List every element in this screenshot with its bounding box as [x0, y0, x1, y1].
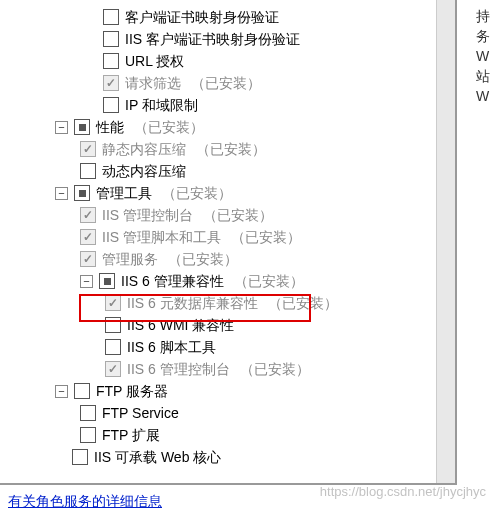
checkbox-icon[interactable] — [72, 449, 88, 465]
tree-item-hostable[interactable]: IIS 可承载 Web 核心 — [8, 446, 451, 468]
collapse-icon[interactable]: − — [80, 275, 93, 288]
role-services-info-link[interactable]: 有关角色服务的详细信息 — [8, 493, 162, 509]
checkbox-icon[interactable] — [80, 405, 96, 421]
item-label: 动态内容压缩 — [102, 160, 186, 183]
tree-item[interactable]: 请求筛选 （已安装） — [8, 72, 451, 94]
feature-tree: 客户端证书映射身份验证 IIS 客户端证书映射身份验证 URL 授权 请求筛选 … — [0, 0, 455, 472]
item-label: IIS 6 脚本工具 — [127, 336, 216, 359]
installed-badge: （已安装） — [240, 358, 310, 381]
checkbox-icon[interactable] — [80, 207, 96, 223]
feature-tree-panel: 客户端证书映射身份验证 IIS 客户端证书映射身份验证 URL 授权 请求筛选 … — [0, 0, 457, 485]
installed-badge: （已安装） — [234, 270, 304, 293]
group-label: IIS 6 管理兼容性 — [121, 270, 224, 293]
checkbox-icon[interactable] — [105, 295, 121, 311]
installed-badge: （已安装） — [203, 204, 273, 227]
tree-item[interactable]: FTP Service — [8, 402, 451, 424]
checkbox-icon[interactable] — [103, 53, 119, 69]
checkbox-icon[interactable] — [74, 185, 90, 201]
installed-badge: （已安装） — [134, 116, 204, 139]
vertical-scrollbar[interactable] — [436, 0, 455, 483]
checkbox-icon[interactable] — [103, 9, 119, 25]
installed-badge: （已安装） — [162, 182, 232, 205]
tree-item[interactable]: FTP 扩展 — [8, 424, 451, 446]
item-label: IP 和域限制 — [125, 94, 198, 117]
tree-item[interactable]: IIS 6 元数据库兼容性 （已安装） — [8, 292, 451, 314]
watermark-text: https://blog.csdn.net/jhycjhyc — [320, 484, 486, 499]
item-label: URL 授权 — [125, 50, 184, 73]
checkbox-icon[interactable] — [105, 339, 121, 355]
tree-item[interactable]: IIS 6 WMI 兼容性 — [8, 314, 451, 336]
collapse-icon[interactable]: − — [55, 187, 68, 200]
checkbox-icon[interactable] — [80, 427, 96, 443]
tree-item[interactable]: IIS 管理脚本和工具 （已安装） — [8, 226, 451, 248]
tree-item[interactable]: 静态内容压缩 （已安装） — [8, 138, 451, 160]
item-label: IIS 6 元数据库兼容性 — [127, 292, 258, 315]
tree-group-iis6[interactable]: − IIS 6 管理兼容性 （已安装） — [8, 270, 451, 292]
tree-group-performance[interactable]: − 性能 （已安装） — [8, 116, 451, 138]
installed-badge: （已安装） — [191, 72, 261, 95]
installed-badge: （已安装） — [231, 226, 301, 249]
installed-badge: （已安装） — [168, 248, 238, 271]
group-label: FTP 服务器 — [96, 380, 168, 403]
checkbox-icon[interactable] — [103, 31, 119, 47]
item-label: IIS 客户端证书映射身份验证 — [125, 28, 300, 51]
collapse-icon[interactable]: − — [55, 385, 68, 398]
checkbox-icon[interactable] — [74, 119, 90, 135]
tree-group-ftp[interactable]: − FTP 服务器 — [8, 380, 451, 402]
cropped-side-text: 持 务 W 站 W — [476, 6, 498, 106]
tree-item[interactable]: IIS 6 脚本工具 — [8, 336, 451, 358]
tree-item[interactable]: 动态内容压缩 — [8, 160, 451, 182]
tree-item[interactable]: URL 授权 — [8, 50, 451, 72]
tree-item[interactable]: IP 和域限制 — [8, 94, 451, 116]
checkbox-icon[interactable] — [99, 273, 115, 289]
item-label: IIS 管理脚本和工具 — [102, 226, 221, 249]
checkbox-icon[interactable] — [105, 317, 121, 333]
installed-badge: （已安装） — [196, 138, 266, 161]
item-label: 静态内容压缩 — [102, 138, 186, 161]
item-label: IIS 可承载 Web 核心 — [94, 446, 221, 469]
group-label: 性能 — [96, 116, 124, 139]
installed-badge: （已安装） — [268, 292, 338, 315]
checkbox-icon[interactable] — [74, 383, 90, 399]
item-label: 管理服务 — [102, 248, 158, 271]
checkbox-icon[interactable] — [80, 251, 96, 267]
item-label: 请求筛选 — [125, 72, 181, 95]
tree-item[interactable]: IIS 管理控制台 （已安装） — [8, 204, 451, 226]
tree-group-management[interactable]: − 管理工具 （已安装） — [8, 182, 451, 204]
tree-item-management-service[interactable]: 管理服务 （已安装） — [8, 248, 451, 270]
item-label: FTP Service — [102, 402, 179, 425]
item-label: IIS 管理控制台 — [102, 204, 193, 227]
collapse-icon[interactable]: − — [55, 121, 68, 134]
checkbox-icon[interactable] — [103, 97, 119, 113]
checkbox-icon[interactable] — [80, 229, 96, 245]
tree-item[interactable]: IIS 客户端证书映射身份验证 — [8, 28, 451, 50]
footer-link-area: 有关角色服务的详细信息 — [8, 493, 162, 511]
checkbox-icon[interactable] — [103, 75, 119, 91]
checkbox-icon[interactable] — [105, 361, 121, 377]
item-label: IIS 6 WMI 兼容性 — [127, 314, 234, 337]
checkbox-icon[interactable] — [80, 163, 96, 179]
spacer — [55, 452, 66, 463]
checkbox-icon[interactable] — [80, 141, 96, 157]
tree-item[interactable]: 客户端证书映射身份验证 — [8, 6, 451, 28]
item-label: 客户端证书映射身份验证 — [125, 6, 279, 29]
tree-item[interactable]: IIS 6 管理控制台 （已安装） — [8, 358, 451, 380]
group-label: 管理工具 — [96, 182, 152, 205]
item-label: IIS 6 管理控制台 — [127, 358, 230, 381]
item-label: FTP 扩展 — [102, 424, 160, 447]
